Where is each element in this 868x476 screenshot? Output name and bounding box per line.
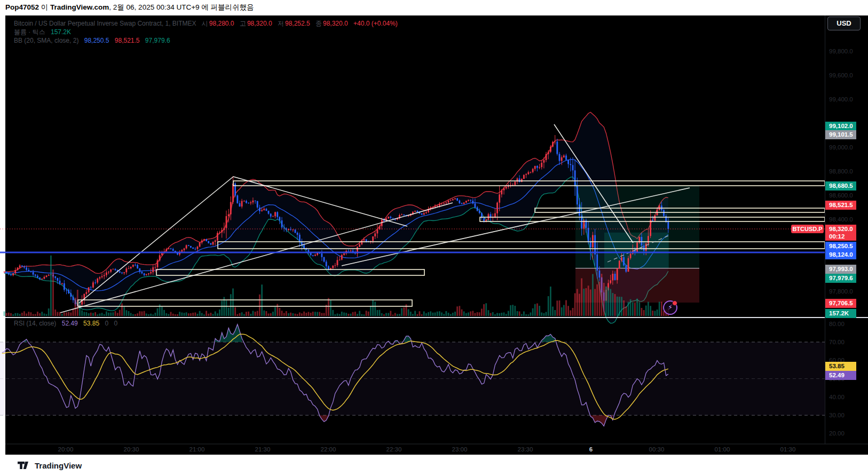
tradingview-link[interactable]: TradingView.com [50, 3, 109, 11]
publication-text: , 2월 06, 2025 00:34 UTC+9 에 퍼블리쉬했음 [109, 3, 254, 11]
publication-bar: Pop47052 이 TradingView.com, 2월 06, 2025 … [0, 0, 868, 15]
footer-brand[interactable]: TradingView [35, 461, 82, 470]
currency-unit-button[interactable]: USD [827, 17, 861, 30]
tradingview-logo-icon[interactable] [18, 461, 30, 470]
footer-bar: TradingView [0, 455, 868, 476]
author-link[interactable]: Pop47052 [5, 3, 39, 11]
reaction-lightning-icon[interactable]: ⚡ [663, 300, 677, 315]
publication-text-joiner: 이 [39, 3, 50, 11]
chart-canvas[interactable] [0, 15, 868, 455]
notification-dot [672, 300, 677, 306]
